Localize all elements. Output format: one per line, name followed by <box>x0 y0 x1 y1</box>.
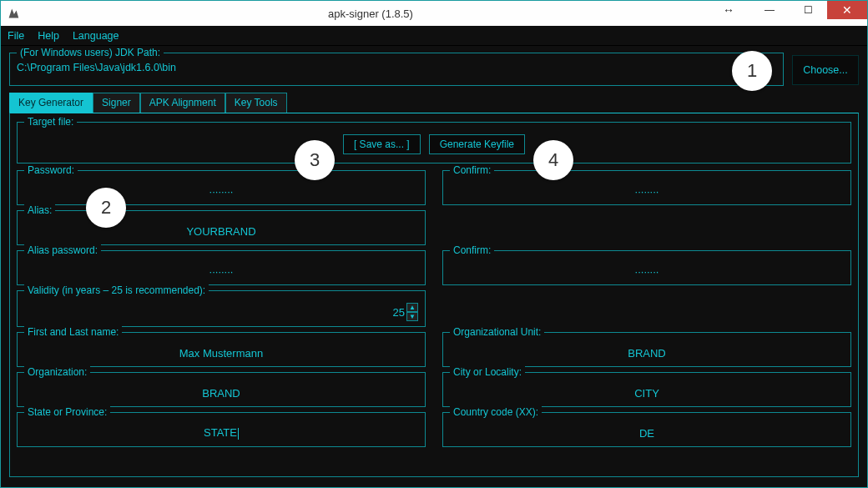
target-file-legend: Target file: <box>24 116 77 128</box>
menu-help[interactable]: Help <box>38 30 59 42</box>
confirm-alias-label: Confirm: <box>450 244 494 256</box>
alias-password-value: ········ <box>24 265 418 278</box>
name-field[interactable]: First and Last name: Max Mustermann <box>17 332 426 367</box>
country-field[interactable]: Country code (XX): DE <box>442 412 851 447</box>
annotation-4: 4 <box>533 140 573 180</box>
org-unit-value: BRAND <box>450 347 844 360</box>
app-icon <box>6 6 21 21</box>
menu-language[interactable]: Language <box>73 30 119 42</box>
country-label: Country code (XX): <box>450 406 542 418</box>
titlebar: apk-signer (1.8.5) ↔ — ☐ ✕ <box>1 1 867 26</box>
validity-spinner: 25 ▲ ▼ <box>24 303 418 321</box>
alias-value: YOURBRAND <box>24 225 418 238</box>
organization-label: Organization: <box>24 366 90 378</box>
tabstrip: Key Generator Signer APK Alignment Key T… <box>9 93 859 113</box>
city-label: City or Locality: <box>450 366 525 378</box>
tab-key-generator[interactable]: Key Generator <box>9 93 93 113</box>
text-caret-icon <box>238 428 239 440</box>
maximize-button[interactable]: ☐ <box>789 1 827 19</box>
city-value: CITY <box>450 387 844 400</box>
name-value: Max Mustermann <box>24 347 418 360</box>
close-button[interactable]: ✕ <box>827 1 867 19</box>
menubar: File Help Language <box>1 26 867 46</box>
password-value: ········ <box>24 185 418 198</box>
validity-value: 25 <box>393 306 405 319</box>
window-controls: ↔ — ☐ ✕ <box>714 1 867 26</box>
tab-apk-alignment[interactable]: APK Alignment <box>140 93 225 113</box>
password-label: Password: <box>24 164 78 176</box>
organization-value: BRAND <box>24 387 418 400</box>
org-unit-field[interactable]: Organizational Unit: BRAND <box>442 332 851 367</box>
city-field[interactable]: City or Locality: CITY <box>442 372 851 407</box>
state-field[interactable]: State or Province: STATE <box>17 412 426 447</box>
app-window: apk-signer (1.8.5) ↔ — ☐ ✕ File Help Lan… <box>0 0 868 488</box>
name-label: First and Last name: <box>24 326 122 338</box>
resize-icon[interactable]: ↔ <box>714 1 744 19</box>
jdk-legend: (For Windows users) JDK Path: <box>17 47 164 58</box>
password-field[interactable]: Password: ········ <box>17 170 426 205</box>
window-title: apk-signer (1.8.5) <box>28 8 714 20</box>
confirm-password-value: ········ <box>450 185 844 198</box>
country-value: DE <box>450 427 844 440</box>
confirm-alias-field[interactable]: Confirm: ········ <box>442 250 851 285</box>
alias-label: Alias: <box>24 204 55 216</box>
tab-content: Target file: [ Save as... ] Generate Key… <box>9 113 859 477</box>
annotation-2: 2 <box>86 188 126 228</box>
generate-keyfile-button[interactable]: Generate Keyfile <box>429 134 525 154</box>
spinner-up-icon[interactable]: ▲ <box>406 303 418 312</box>
spinner-down-icon[interactable]: ▼ <box>406 312 418 321</box>
save-as-button[interactable]: [ Save as... ] <box>343 134 421 154</box>
org-unit-label: Organizational Unit: <box>450 326 544 338</box>
annotation-3: 3 <box>295 140 335 180</box>
state-label: State or Province: <box>24 406 110 418</box>
content: (For Windows users) JDK Path: C:\Program… <box>1 46 867 487</box>
confirm-alias-value: ········ <box>450 265 844 278</box>
tab-signer[interactable]: Signer <box>93 93 140 113</box>
confirm-password-field[interactable]: Confirm: ········ <box>442 170 851 205</box>
alias-password-field[interactable]: Alias password: ········ <box>17 250 426 285</box>
organization-field[interactable]: Organization: BRAND <box>17 372 426 407</box>
fields-grid: Password: ········ Confirm: ········ Ali… <box>17 170 851 447</box>
jdk-path-fieldset: (For Windows users) JDK Path: C:\Program… <box>9 53 784 86</box>
alias-field[interactable]: Alias: YOURBRAND <box>17 210 426 245</box>
minimize-button[interactable]: — <box>750 1 789 19</box>
jdk-path-value[interactable]: C:\Program Files\Java\jdk1.6.0\bin <box>17 62 776 73</box>
target-file-fieldset: Target file: [ Save as... ] Generate Key… <box>17 122 851 164</box>
choose-button[interactable]: Choose... <box>792 55 859 85</box>
annotation-1: 1 <box>732 51 772 91</box>
validity-label: Validity (in years – 25 is recommended): <box>24 284 209 296</box>
validity-field[interactable]: Validity (in years – 25 is recommended):… <box>17 290 426 327</box>
confirm-password-label: Confirm: <box>450 164 494 176</box>
menu-file[interactable]: File <box>8 30 24 42</box>
tab-key-tools[interactable]: Key Tools <box>225 93 287 113</box>
alias-password-label: Alias password: <box>24 244 101 256</box>
state-value: STATE <box>24 426 418 440</box>
